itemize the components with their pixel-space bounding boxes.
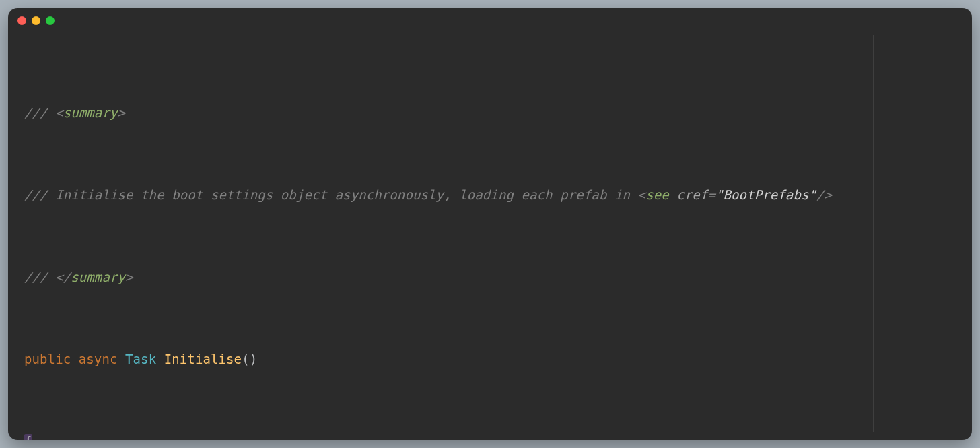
- titlebar: [8, 8, 972, 32]
- code-line: public async Task Initialise(): [24, 349, 964, 370]
- close-icon[interactable]: [18, 16, 26, 25]
- zoom-icon[interactable]: [46, 16, 55, 25]
- code-line: /// </summary>: [24, 267, 964, 288]
- code-line: /// <summary>: [24, 102, 964, 123]
- code-editor-window: /// <summary> /// Initialise the boot se…: [8, 8, 972, 440]
- code-line: /// Initialise the boot settings object …: [24, 185, 964, 205]
- code-editor[interactable]: /// <summary> /// Initialise the boot se…: [8, 35, 972, 440]
- minimize-icon[interactable]: [32, 16, 40, 25]
- code-line: {: [24, 431, 964, 441]
